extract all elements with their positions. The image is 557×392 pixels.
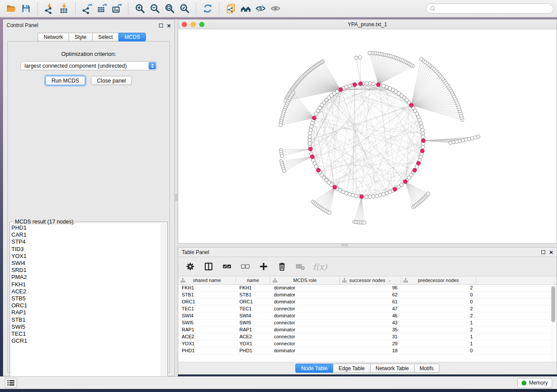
ring-node[interactable] — [421, 131, 425, 135]
column-header-name[interactable]: name — [236, 276, 270, 284]
mcds-hub-node[interactable] — [339, 88, 343, 92]
network-view[interactable] — [178, 29, 557, 243]
table-row[interactable]: STB1STB1dominator620 — [178, 292, 557, 299]
mcds-hub-node[interactable] — [413, 168, 417, 172]
mcds-hub-node[interactable] — [316, 168, 320, 172]
ring-node[interactable] — [348, 193, 351, 196]
satellite-node[interactable] — [368, 51, 371, 55]
table-settings-button[interactable] — [184, 261, 196, 272]
table-scrollbar[interactable] — [550, 285, 556, 362]
run-mcds-button[interactable]: Run MCDS — [45, 76, 85, 85]
first-neighbors-button[interactable] — [238, 2, 253, 16]
ring-node[interactable] — [308, 135, 311, 138]
column-header-MCDS-role[interactable]: MCDS role — [270, 276, 340, 284]
criterion-dropdown[interactable]: largest connected component (undirected) — [21, 61, 157, 70]
table-row[interactable]: PHD1PHD1dominator180 — [178, 347, 557, 354]
mcds-hub-node[interactable] — [416, 161, 420, 165]
horizontal-splitter-grip[interactable] — [341, 244, 348, 246]
ring-node[interactable] — [311, 121, 314, 125]
delete-column-button[interactable] — [276, 261, 287, 272]
table-row[interactable]: FKH1FKH1dominator962 — [178, 285, 557, 292]
close-table-panel-icon[interactable]: × — [549, 250, 553, 254]
ring-node[interactable] — [375, 194, 378, 198]
satellite-node[interactable] — [477, 135, 480, 138]
mcds-hub-node[interactable] — [393, 187, 397, 191]
zoom-in-button[interactable] — [132, 2, 147, 16]
result-node-item[interactable]: STP4 — [11, 238, 160, 245]
mcds-hub-node[interactable] — [403, 180, 407, 184]
mcds-hub-node[interactable] — [409, 103, 413, 107]
export-network-button[interactable] — [80, 2, 94, 16]
tab-edge-table[interactable]: Edge Table — [333, 364, 370, 373]
satellite-node[interactable] — [461, 139, 464, 142]
mcds-hub-node[interactable] — [420, 149, 424, 153]
ring-node[interactable] — [308, 131, 312, 135]
tab-select[interactable]: Select — [92, 33, 118, 41]
result-node-item[interactable]: RAP1 — [11, 309, 160, 316]
refresh-network-button[interactable] — [200, 2, 215, 16]
satellite-node[interactable] — [363, 221, 366, 224]
ring-node[interactable] — [351, 193, 355, 197]
network-canvas[interactable] — [178, 29, 557, 243]
ring-node[interactable] — [382, 84, 385, 88]
satellite-node[interactable] — [419, 57, 423, 61]
ring-node[interactable] — [368, 195, 372, 199]
close-panel-icon[interactable]: × — [167, 24, 171, 28]
memory-button[interactable]: Memory — [517, 378, 552, 388]
ring-node[interactable] — [419, 155, 422, 159]
ring-node[interactable] — [365, 195, 368, 199]
ring-node[interactable] — [354, 194, 358, 198]
select-all-rows-button[interactable] — [221, 261, 232, 272]
tab-style[interactable]: Style — [69, 33, 92, 41]
ring-node[interactable] — [315, 165, 318, 168]
result-node-item[interactable]: TEC1 — [11, 330, 160, 337]
ring-node[interactable] — [372, 195, 375, 198]
ring-node[interactable] — [420, 125, 423, 128]
satellite-node[interactable] — [455, 140, 458, 144]
ring-node[interactable] — [308, 138, 311, 142]
table-row[interactable]: SWI4SWI4dominator462 — [178, 313, 557, 320]
satellite-node[interactable] — [458, 139, 461, 143]
ring-node[interactable] — [365, 82, 368, 85]
mcds-hub-node[interactable] — [421, 139, 425, 143]
show-all-button[interactable] — [268, 2, 283, 16]
ring-node[interactable] — [421, 145, 425, 149]
column-header-predecessor-nodes[interactable]: predecessor nodes — [401, 276, 476, 284]
ring-node[interactable] — [378, 193, 382, 197]
satellite-node[interactable] — [426, 192, 430, 196]
result-node-item[interactable]: TID3 — [11, 246, 160, 253]
float-table-panel-icon[interactable] — [541, 250, 545, 254]
clone-network-button[interactable] — [223, 2, 238, 16]
tab-network[interactable]: Network — [38, 33, 69, 41]
search-input[interactable] — [426, 3, 554, 14]
result-node-item[interactable]: SWI5 — [11, 323, 160, 330]
mcds-hub-node[interactable] — [312, 116, 316, 120]
result-node-item[interactable]: PMA2 — [11, 274, 160, 281]
ring-node[interactable] — [308, 142, 311, 145]
result-node-item[interactable]: GCR1 — [11, 337, 160, 344]
ring-node[interactable] — [315, 112, 318, 115]
import-network-button[interactable] — [42, 2, 56, 16]
result-node-item[interactable]: PHD1 — [11, 224, 160, 231]
table-row[interactable]: RAP1RAP1dominator352 — [178, 327, 557, 334]
tab-mcds[interactable]: MCDS — [118, 33, 146, 41]
export-table-button[interactable] — [94, 2, 109, 16]
satellite-node[interactable] — [280, 154, 284, 158]
mcds-hub-node[interactable] — [353, 83, 356, 86]
ring-node[interactable] — [372, 82, 375, 86]
result-node-item[interactable]: YOX1 — [11, 253, 160, 260]
close-panel-button[interactable]: Close panel — [91, 76, 132, 85]
mcds-hub-node[interactable] — [308, 147, 312, 151]
table-row[interactable]: ORC1ORC1dominator610 — [178, 299, 557, 306]
column-header-successor-nodes[interactable]: successor nodes⌄ — [340, 276, 401, 284]
horizontal-splitter[interactable] — [178, 244, 557, 247]
table-row[interactable]: ACE2ACE2connector311 — [178, 334, 557, 340]
export-image-button[interactable] — [109, 2, 124, 16]
result-node-item[interactable]: ORC1 — [11, 302, 160, 309]
ring-node[interactable] — [422, 135, 425, 138]
vertical-splitter-grip[interactable] — [175, 194, 177, 201]
ring-node[interactable] — [309, 128, 312, 131]
satellite-node[interactable] — [328, 211, 331, 215]
add-column-button[interactable] — [258, 261, 269, 272]
tab-motifs[interactable]: Motifs — [414, 364, 439, 373]
